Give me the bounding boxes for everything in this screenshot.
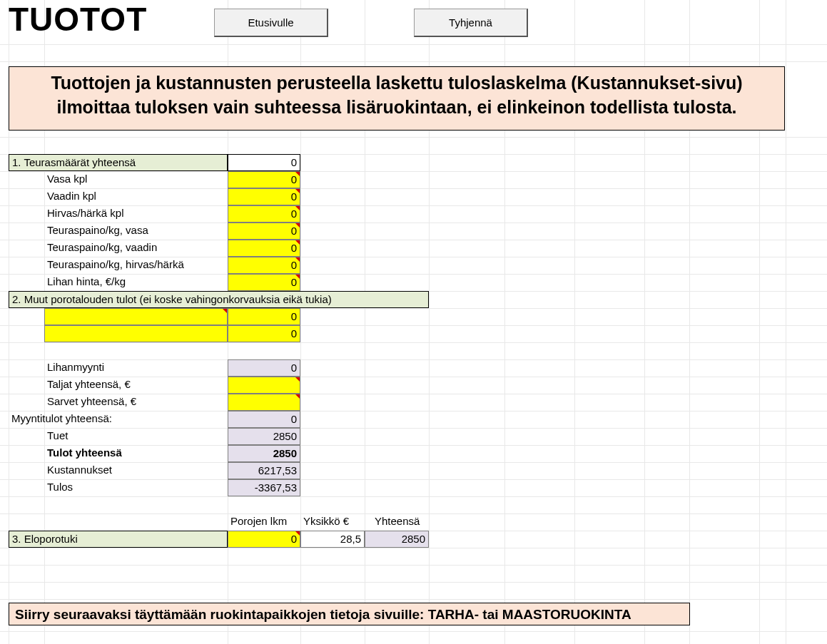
- input-other-2-value[interactable]: 0: [228, 325, 300, 342]
- input-tp-hirvas[interactable]: 0: [228, 257, 300, 274]
- input-tp-vasa[interactable]: 0: [228, 223, 300, 240]
- input-vasa-kpl[interactable]: 0: [228, 171, 300, 188]
- row-label: Hirvas/härkä kpl: [44, 205, 228, 223]
- spreadsheet: TUOTOT Etusivulle Tyhjennä Tuottojen ja …: [0, 0, 827, 644]
- value-yksikko[interactable]: 28,5: [300, 531, 365, 548]
- input-hirvas-kpl[interactable]: 0: [228, 205, 300, 223]
- value-lihanmyynti[interactable]: 0: [228, 359, 300, 377]
- clear-button[interactable]: Tyhjennä: [414, 9, 528, 37]
- row-label: Myyntitulot yhteensä:: [9, 411, 228, 428]
- row-label: Lihan hinta, €/kg: [44, 274, 228, 291]
- comment-marker-icon: [295, 189, 300, 193]
- input-lihan-hinta[interactable]: 0: [228, 274, 300, 291]
- row-label: Teuraspaino/kg, hirvas/härkä: [44, 257, 228, 274]
- footer-banner: Siirry seuraavaksi täyttämään ruokintapa…: [9, 603, 690, 625]
- row-label: Teuraspaino/kg, vasa: [44, 223, 228, 240]
- input-taljat[interactable]: [228, 377, 300, 394]
- col-header-yksikko: Yksikkö €: [300, 513, 365, 531]
- value-tuet[interactable]: 2850: [228, 428, 300, 445]
- home-button[interactable]: Etusivulle: [214, 9, 328, 37]
- input-porojen-lkm[interactable]: 0: [228, 531, 300, 548]
- comment-marker-icon: [295, 172, 300, 176]
- col-header-yhteensa: Yhteensä: [372, 513, 429, 531]
- comment-marker-icon: [295, 531, 300, 536]
- comment-marker-icon: [295, 223, 300, 228]
- value-kustannukset[interactable]: 6217,53: [228, 462, 300, 479]
- row-label: Tuet: [44, 428, 228, 445]
- row-label: Kustannukset: [44, 462, 228, 479]
- comment-marker-icon: [295, 377, 300, 382]
- row-label: Teuraspaino/kg, vaadin: [44, 240, 228, 257]
- page-title: TUOTOT: [9, 0, 147, 39]
- row-label: Tulos: [44, 479, 228, 496]
- input-sarvet[interactable]: [228, 394, 300, 411]
- value-yhteensa[interactable]: 2850: [365, 531, 429, 548]
- input-other-1-value[interactable]: 0: [228, 308, 300, 325]
- comment-marker-icon: [295, 206, 300, 210]
- input-other-2-label[interactable]: [44, 325, 228, 342]
- section-2-header: 2. Muut porotalouden tulot (ei koske vah…: [9, 291, 429, 308]
- col-header-porojen-lkm: Porojen lkm: [228, 513, 300, 531]
- row-label: Taljat yhteensä, €: [44, 377, 228, 394]
- section-3-header: 3. Eloporotuki: [9, 531, 228, 548]
- value-tulos[interactable]: -3367,53: [228, 479, 300, 496]
- value-tulot-yhteensa[interactable]: 2850: [228, 445, 300, 462]
- row-label: Tulot yhteensä: [44, 445, 228, 462]
- row-label: Vasa kpl: [44, 171, 228, 188]
- comment-marker-icon: [295, 240, 300, 245]
- row-label: Lihanmyynti: [44, 359, 228, 377]
- row-label: Vaadin kpl: [44, 188, 228, 205]
- input-other-1-label[interactable]: [44, 308, 228, 325]
- comment-marker-icon: [295, 394, 300, 399]
- info-banner: Tuottojen ja kustannusten perusteella la…: [9, 66, 785, 131]
- row-label: Sarvet yhteensä, €: [44, 394, 228, 411]
- section-1-header: 1. Teurasmäärät yhteensä: [9, 154, 228, 171]
- section-1-total[interactable]: 0: [228, 154, 300, 171]
- comment-marker-icon: [295, 257, 300, 262]
- input-tp-vaadin[interactable]: 0: [228, 240, 300, 257]
- value-sales-total[interactable]: 0: [228, 411, 300, 428]
- comment-marker-icon: [223, 309, 227, 313]
- input-vaadin-kpl[interactable]: 0: [228, 188, 300, 205]
- comment-marker-icon: [295, 275, 300, 279]
